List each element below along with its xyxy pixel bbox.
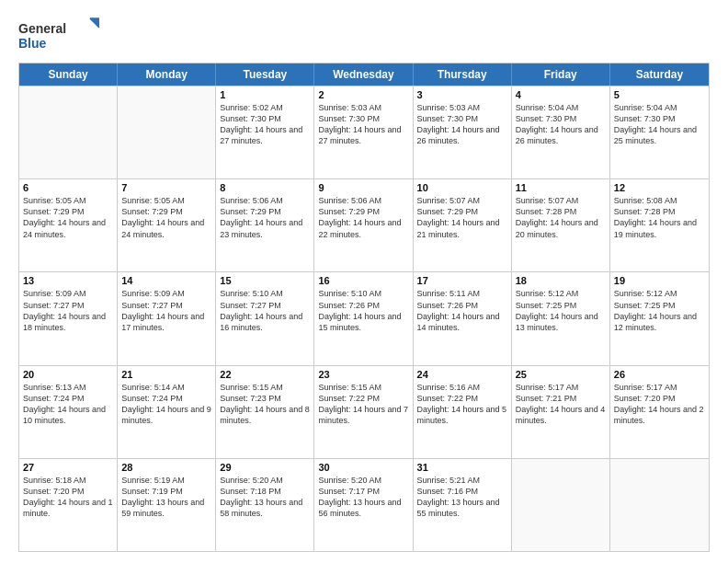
day-number: 12 <box>614 182 705 193</box>
day-cell-7: 7Sunrise: 5:05 AMSunset: 7:29 PMDaylight… <box>118 179 216 271</box>
day-number: 22 <box>220 369 310 380</box>
day-details: Sunrise: 5:12 AMSunset: 7:25 PMDaylight:… <box>614 288 705 333</box>
day-details: Sunrise: 5:10 AMSunset: 7:27 PMDaylight:… <box>220 288 310 333</box>
empty-cell <box>118 86 216 178</box>
empty-cell <box>610 459 709 551</box>
day-cell-5: 5Sunrise: 5:04 AMSunset: 7:30 PMDaylight… <box>610 86 709 178</box>
day-cell-26: 26Sunrise: 5:17 AMSunset: 7:20 PMDayligh… <box>610 366 709 458</box>
day-cell-27: 27Sunrise: 5:18 AMSunset: 7:20 PMDayligh… <box>19 459 118 551</box>
day-details: Sunrise: 5:05 AMSunset: 7:29 PMDaylight:… <box>23 195 113 240</box>
day-number: 1 <box>220 89 310 100</box>
day-cell-17: 17Sunrise: 5:11 AMSunset: 7:26 PMDayligh… <box>414 272 512 364</box>
day-cell-11: 11Sunrise: 5:07 AMSunset: 7:28 PMDayligh… <box>512 179 610 271</box>
day-details: Sunrise: 5:04 AMSunset: 7:30 PMDaylight:… <box>614 102 705 147</box>
day-details: Sunrise: 5:07 AMSunset: 7:28 PMDaylight:… <box>516 195 606 240</box>
day-cell-28: 28Sunrise: 5:19 AMSunset: 7:19 PMDayligh… <box>118 459 216 551</box>
day-number: 27 <box>23 462 113 473</box>
day-cell-13: 13Sunrise: 5:09 AMSunset: 7:27 PMDayligh… <box>19 272 118 364</box>
day-cell-3: 3Sunrise: 5:03 AMSunset: 7:30 PMDaylight… <box>414 86 512 178</box>
day-cell-6: 6Sunrise: 5:05 AMSunset: 7:29 PMDaylight… <box>19 179 118 271</box>
day-cell-2: 2Sunrise: 5:03 AMSunset: 7:30 PMDaylight… <box>314 86 413 178</box>
day-cell-19: 19Sunrise: 5:12 AMSunset: 7:25 PMDayligh… <box>610 272 709 364</box>
calendar-row-4: 20Sunrise: 5:13 AMSunset: 7:24 PMDayligh… <box>19 365 709 458</box>
calendar-row-2: 6Sunrise: 5:05 AMSunset: 7:29 PMDaylight… <box>19 178 709 271</box>
day-cell-24: 24Sunrise: 5:16 AMSunset: 7:22 PMDayligh… <box>414 366 512 458</box>
calendar: SundayMondayTuesdayWednesdayThursdayFrid… <box>18 63 710 552</box>
calendar-header: SundayMondayTuesdayWednesdayThursdayFrid… <box>19 63 709 86</box>
day-number: 8 <box>220 182 310 193</box>
day-header-monday: Monday <box>118 63 216 86</box>
day-cell-9: 9Sunrise: 5:06 AMSunset: 7:29 PMDaylight… <box>314 179 413 271</box>
day-cell-21: 21Sunrise: 5:14 AMSunset: 7:24 PMDayligh… <box>118 366 216 458</box>
day-cell-16: 16Sunrise: 5:10 AMSunset: 7:26 PMDayligh… <box>314 272 413 364</box>
day-cell-20: 20Sunrise: 5:13 AMSunset: 7:24 PMDayligh… <box>19 366 118 458</box>
day-details: Sunrise: 5:02 AMSunset: 7:30 PMDaylight:… <box>220 102 310 147</box>
day-number: 28 <box>121 462 211 473</box>
day-header-tuesday: Tuesday <box>216 63 314 86</box>
day-number: 26 <box>614 369 705 380</box>
day-details: Sunrise: 5:09 AMSunset: 7:27 PMDaylight:… <box>121 288 211 333</box>
day-cell-10: 10Sunrise: 5:07 AMSunset: 7:29 PMDayligh… <box>414 179 512 271</box>
day-cell-31: 31Sunrise: 5:21 AMSunset: 7:16 PMDayligh… <box>414 459 512 551</box>
day-number: 13 <box>23 275 113 286</box>
day-details: Sunrise: 5:12 AMSunset: 7:25 PMDaylight:… <box>516 288 606 333</box>
day-number: 14 <box>121 275 211 286</box>
day-details: Sunrise: 5:06 AMSunset: 7:29 PMDaylight:… <box>220 195 310 240</box>
day-number: 21 <box>121 369 211 380</box>
logo-svg: General Blue <box>18 17 101 53</box>
day-details: Sunrise: 5:03 AMSunset: 7:30 PMDaylight:… <box>417 102 507 147</box>
day-details: Sunrise: 5:21 AMSunset: 7:16 PMDaylight:… <box>417 475 507 520</box>
logo: General Blue <box>18 17 101 53</box>
header: General Blue <box>18 17 710 53</box>
day-number: 10 <box>417 182 507 193</box>
day-header-thursday: Thursday <box>414 63 512 86</box>
day-number: 3 <box>417 89 507 100</box>
day-number: 29 <box>220 462 310 473</box>
svg-text:General: General <box>18 21 66 36</box>
day-details: Sunrise: 5:19 AMSunset: 7:19 PMDaylight:… <box>121 475 211 520</box>
day-number: 16 <box>318 275 408 286</box>
day-cell-18: 18Sunrise: 5:12 AMSunset: 7:25 PMDayligh… <box>512 272 610 364</box>
day-details: Sunrise: 5:17 AMSunset: 7:21 PMDaylight:… <box>516 382 606 427</box>
day-details: Sunrise: 5:06 AMSunset: 7:29 PMDaylight:… <box>318 195 408 240</box>
day-details: Sunrise: 5:04 AMSunset: 7:30 PMDaylight:… <box>516 102 606 147</box>
day-details: Sunrise: 5:03 AMSunset: 7:30 PMDaylight:… <box>318 102 408 147</box>
day-number: 23 <box>318 369 408 380</box>
day-number: 5 <box>614 89 705 100</box>
calendar-row-1: 1Sunrise: 5:02 AMSunset: 7:30 PMDaylight… <box>19 86 709 178</box>
day-cell-12: 12Sunrise: 5:08 AMSunset: 7:28 PMDayligh… <box>610 179 709 271</box>
day-cell-22: 22Sunrise: 5:15 AMSunset: 7:23 PMDayligh… <box>216 366 314 458</box>
day-details: Sunrise: 5:11 AMSunset: 7:26 PMDaylight:… <box>417 288 507 333</box>
day-cell-29: 29Sunrise: 5:20 AMSunset: 7:18 PMDayligh… <box>216 459 314 551</box>
day-details: Sunrise: 5:13 AMSunset: 7:24 PMDaylight:… <box>23 382 113 427</box>
day-details: Sunrise: 5:08 AMSunset: 7:28 PMDaylight:… <box>614 195 705 240</box>
day-header-friday: Friday <box>512 63 610 86</box>
empty-cell <box>19 86 118 178</box>
day-cell-8: 8Sunrise: 5:06 AMSunset: 7:29 PMDaylight… <box>216 179 314 271</box>
day-details: Sunrise: 5:16 AMSunset: 7:22 PMDaylight:… <box>417 382 507 427</box>
day-cell-15: 15Sunrise: 5:10 AMSunset: 7:27 PMDayligh… <box>216 272 314 364</box>
day-number: 24 <box>417 369 507 380</box>
day-number: 30 <box>318 462 408 473</box>
day-cell-30: 30Sunrise: 5:20 AMSunset: 7:17 PMDayligh… <box>314 459 413 551</box>
calendar-row-5: 27Sunrise: 5:18 AMSunset: 7:20 PMDayligh… <box>19 458 709 551</box>
day-details: Sunrise: 5:15 AMSunset: 7:22 PMDaylight:… <box>318 382 408 427</box>
day-header-sunday: Sunday <box>19 63 118 86</box>
day-details: Sunrise: 5:15 AMSunset: 7:23 PMDaylight:… <box>220 382 310 427</box>
day-cell-25: 25Sunrise: 5:17 AMSunset: 7:21 PMDayligh… <box>512 366 610 458</box>
day-number: 25 <box>516 369 606 380</box>
day-number: 17 <box>417 275 507 286</box>
day-number: 4 <box>516 89 606 100</box>
day-details: Sunrise: 5:18 AMSunset: 7:20 PMDaylight:… <box>23 475 113 520</box>
empty-cell <box>512 459 610 551</box>
calendar-body: 1Sunrise: 5:02 AMSunset: 7:30 PMDaylight… <box>19 86 709 551</box>
day-details: Sunrise: 5:20 AMSunset: 7:17 PMDaylight:… <box>318 475 408 520</box>
day-number: 2 <box>318 89 408 100</box>
day-cell-23: 23Sunrise: 5:15 AMSunset: 7:22 PMDayligh… <box>314 366 413 458</box>
day-details: Sunrise: 5:07 AMSunset: 7:29 PMDaylight:… <box>417 195 507 240</box>
calendar-row-3: 13Sunrise: 5:09 AMSunset: 7:27 PMDayligh… <box>19 271 709 364</box>
day-number: 9 <box>318 182 408 193</box>
day-details: Sunrise: 5:17 AMSunset: 7:20 PMDaylight:… <box>614 382 705 427</box>
day-number: 6 <box>23 182 113 193</box>
day-number: 15 <box>220 275 310 286</box>
